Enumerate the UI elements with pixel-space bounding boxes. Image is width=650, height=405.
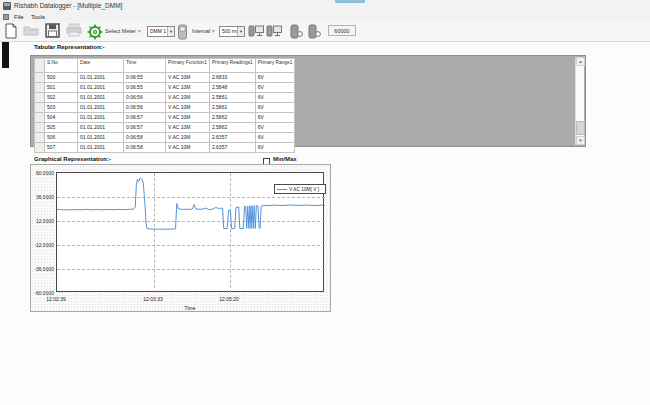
menu-file[interactable]: File <box>12 12 26 22</box>
pc-to-meter-icon <box>266 24 282 38</box>
row-selector[interactable] <box>35 93 45 103</box>
table-cell: V AC 10M <box>166 113 210 123</box>
row-selector[interactable] <box>35 83 45 93</box>
table-cell: 506 <box>45 133 78 143</box>
row-selector[interactable] <box>35 123 45 133</box>
table-cell: 0:06:57 <box>124 113 166 123</box>
table-cell: 504 <box>45 113 78 123</box>
y-tick-label: 60.0000 <box>32 170 54 176</box>
connect-gear-icon <box>87 24 103 40</box>
row-selector[interactable] <box>35 143 45 153</box>
interval-select[interactable]: 500 ms ▼ <box>219 26 245 37</box>
x-axis-title: Time <box>185 305 196 311</box>
table-row[interactable]: 50601.01.20010:06:58V AC 10M2.63576V <box>35 133 295 143</box>
open-folder-icon <box>23 23 39 37</box>
sample-count: 60000 <box>328 25 356 36</box>
table-cell: 0:06:55 <box>124 73 166 83</box>
table-cell: 6V <box>255 123 295 133</box>
table-cell: 2.5848 <box>209 83 255 93</box>
interval-select-value: 500 ms <box>222 28 238 34</box>
table-row[interactable]: 50401.01.20010:06:57V AC 10M2.58626V <box>35 113 295 123</box>
row-selector[interactable] <box>35 103 45 113</box>
table-cell: V AC 10M <box>166 123 210 133</box>
x-tick-label: 12:05:20 <box>209 296 249 302</box>
scroll-up-icon[interactable]: ▲ <box>576 57 585 66</box>
table-cell: 507 <box>45 143 78 153</box>
table-cell: 2.6357 <box>209 143 255 153</box>
table-cell: 500 <box>45 73 78 83</box>
table-cell: V AC 10M <box>166 143 210 153</box>
printer-icon <box>66 23 82 37</box>
menu-tools[interactable]: Tools <box>29 12 47 22</box>
table-cell: 6V <box>255 133 295 143</box>
table-row[interactable]: 50301.01.20010:06:56V AC 10M2.58616V <box>35 103 295 113</box>
x-tick-label: 12:03:33 <box>133 296 173 302</box>
save-button[interactable] <box>45 23 60 42</box>
write-to-meter-button[interactable] <box>266 24 282 42</box>
chevron-down-icon: ▼ <box>237 27 244 36</box>
table-cell: V AC 10M <box>166 133 210 143</box>
scrollbar-thumb[interactable] <box>576 121 585 135</box>
tabular-section-title: Tabular Representation:- <box>34 44 105 50</box>
table-row[interactable]: 50201.01.20010:06:56V AC 10M2.58616V <box>35 93 295 103</box>
new-button[interactable] <box>4 23 18 43</box>
title-bar: Rishabh Datalogger - [Multiple_DMM] <box>0 0 650 12</box>
table-cell: 503 <box>45 103 78 113</box>
column-header: Date <box>78 59 124 73</box>
table-cell: 01.01.2001 <box>78 73 124 83</box>
table-cell: 6V <box>255 93 295 103</box>
table-row[interactable]: 50701.01.20010:06:58V AC 10M2.63576V <box>35 143 295 153</box>
read-from-meter-button[interactable] <box>248 24 264 42</box>
table-row[interactable]: 50501.01.20010:06:57V AC 10M2.58626V <box>35 123 295 133</box>
scroll-down-icon[interactable]: ▼ <box>576 136 585 145</box>
start-logging-button[interactable] <box>289 24 303 43</box>
table-header: S.NoDateTimePrimary Function1Primary Rea… <box>35 59 295 73</box>
meter-device-icon <box>177 24 188 40</box>
row-selector[interactable] <box>35 113 45 123</box>
meter-select[interactable]: DMM 1 ▼ <box>147 26 175 37</box>
table-body: 50001.01.20010:06:55V AC 10M2.68336V5010… <box>35 73 295 153</box>
row-selector[interactable] <box>35 73 45 83</box>
table-cell: V AC 10M <box>166 93 210 103</box>
new-file-icon <box>4 23 18 39</box>
table-row[interactable]: 50001.01.20010:06:55V AC 10M2.68336V <box>35 73 295 83</box>
table-cell: V AC 10M <box>166 83 210 93</box>
interval-label: Interval > <box>192 26 215 37</box>
connect-button[interactable] <box>87 24 103 44</box>
meter-device-button[interactable] <box>177 24 188 44</box>
print-button[interactable] <box>66 23 82 41</box>
column-header: Primary Range1 <box>255 59 295 73</box>
mdi-child-icon[interactable] <box>3 14 9 20</box>
table-cell: 01.01.2001 <box>78 93 124 103</box>
stop-logging-icon <box>307 24 321 39</box>
plot-area: V AC 10M[ V ] <box>56 172 324 292</box>
table-cell: 01.01.2001 <box>78 133 124 143</box>
window-title: Rishabh Datalogger - [Multiple_DMM] <box>14 0 122 12</box>
table-panel: S.NoDateTimePrimary Function1Primary Rea… <box>30 55 586 147</box>
readings-table[interactable]: S.NoDateTimePrimary Function1Primary Rea… <box>34 58 295 153</box>
column-header: Primary Function1 <box>166 59 210 73</box>
chart-legend: V AC 10M[ V ] <box>274 184 326 194</box>
y-tick-label: 12.0000 <box>32 218 54 224</box>
row-selector[interactable] <box>35 133 45 143</box>
table-row[interactable]: 50101.01.20010:06:55V AC 10M2.58486V <box>35 83 295 93</box>
legend-line-sample <box>277 189 287 190</box>
table-scrollbar[interactable]: ▲ ▼ <box>575 57 584 145</box>
table-cell: V AC 10M <box>166 73 210 83</box>
legend-label: V AC 10M[ V ] <box>289 187 319 192</box>
table-cell: 0:06:58 <box>124 133 166 143</box>
table-cell: 6V <box>255 113 295 123</box>
stop-logging-button[interactable] <box>307 24 321 43</box>
chart-panel: 60.000036.000012.0000-12.0000-36.0000-60… <box>30 164 331 312</box>
table-cell: 6V <box>255 143 295 153</box>
table-cell: 0:06:58 <box>124 143 166 153</box>
table-cell: 01.01.2001 <box>78 143 124 153</box>
docked-panel-edge <box>2 42 9 68</box>
open-button[interactable] <box>23 23 39 41</box>
table-cell: 2.5861 <box>209 103 255 113</box>
table-cell: 2.5861 <box>209 93 255 103</box>
meter-select-value: DMM 1 <box>150 28 166 34</box>
meter-to-pc-icon <box>248 24 264 38</box>
table-cell: 0:06:56 <box>124 103 166 113</box>
titlebar-highlight <box>335 0 365 3</box>
